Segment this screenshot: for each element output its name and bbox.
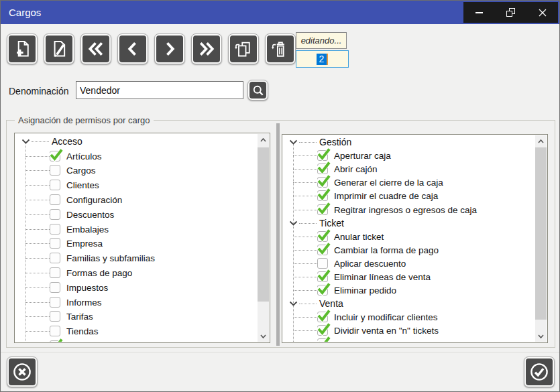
checkbox-checked[interactable] xyxy=(317,150,328,161)
checkbox-checked[interactable] xyxy=(50,340,60,342)
scroll-thumb[interactable] xyxy=(258,147,269,302)
tree-item-row[interactable]: Cargos xyxy=(15,164,258,178)
tree-item-row[interactable]: Configuración xyxy=(15,192,258,207)
chevron-down-icon[interactable] xyxy=(289,301,298,306)
tree-connector xyxy=(25,200,50,200)
tree-item-label: Artículos xyxy=(66,151,102,161)
cancel-button[interactable] xyxy=(7,356,38,387)
checkbox-checked[interactable] xyxy=(317,164,328,174)
minimize-button[interactable] xyxy=(463,2,495,23)
last-button[interactable] xyxy=(191,34,222,64)
delete-button[interactable] xyxy=(265,34,296,64)
tree-item-row[interactable]: Regitrar ingresos o egresos de caja xyxy=(283,202,535,216)
checkbox-checked[interactable] xyxy=(317,325,328,336)
tree-item-row[interactable]: Tiendas xyxy=(15,324,258,338)
checkbox-checked[interactable] xyxy=(317,231,328,242)
edit-button[interactable] xyxy=(44,34,74,64)
tree-item-row[interactable]: Impuestos xyxy=(15,280,258,295)
tree-content-right: GestiónAperturar cajaAbrir cajónGenerar … xyxy=(283,135,535,342)
tree-item-label: Familias y subfamilias xyxy=(66,253,155,263)
checkbox-unchecked[interactable] xyxy=(50,165,60,176)
restore-button[interactable] xyxy=(495,2,526,23)
checkbox-checked[interactable] xyxy=(317,312,328,322)
chevron-down-icon[interactable] xyxy=(289,220,298,226)
checkbox-unchecked[interactable] xyxy=(50,311,60,322)
scroll-up-button[interactable] xyxy=(258,134,269,145)
checkbox-checked[interactable] xyxy=(317,177,328,188)
tree-item-row[interactable]: Informes xyxy=(15,295,258,310)
tree-item-row[interactable]: Tarifas xyxy=(15,310,258,324)
checkbox-checked[interactable] xyxy=(317,271,328,282)
search-button[interactable] xyxy=(247,80,268,101)
scroll-track[interactable] xyxy=(258,145,269,330)
checkbox-unchecked[interactable] xyxy=(50,224,60,235)
chevron-down-icon xyxy=(538,334,544,338)
checkbox-unchecked[interactable] xyxy=(50,282,60,293)
tree-item-label: Informes xyxy=(66,297,102,307)
checkbox-unchecked[interactable] xyxy=(50,238,60,249)
tree-connector xyxy=(293,237,317,237)
titlebar: Cargos xyxy=(1,1,559,24)
checkbox-checked[interactable] xyxy=(317,285,328,296)
tree-item-row[interactable]: Formas de pago xyxy=(15,265,258,280)
chevron-right-icon xyxy=(160,40,179,58)
previous-button[interactable] xyxy=(117,34,148,64)
next-button[interactable] xyxy=(154,34,185,64)
tree-connector xyxy=(299,142,317,143)
denominacion-input[interactable] xyxy=(76,81,243,99)
chevron-down-icon[interactable] xyxy=(289,139,298,145)
tree-item-row[interactable]: TPV xyxy=(15,338,258,342)
close-button[interactable] xyxy=(526,2,558,23)
checkbox-checked[interactable] xyxy=(317,204,328,215)
scroll-down-button[interactable] xyxy=(258,330,269,342)
scroll-track[interactable] xyxy=(535,147,547,330)
checkbox-unchecked[interactable] xyxy=(50,194,60,205)
checkbox-unchecked[interactable] xyxy=(50,297,60,308)
document-add-icon xyxy=(13,40,32,58)
checkbox-checked[interactable] xyxy=(317,338,328,342)
close-icon xyxy=(538,8,547,17)
checkbox-unchecked[interactable] xyxy=(50,180,60,190)
copy-button[interactable] xyxy=(228,34,259,64)
tree-item-row[interactable]: Familias y subfamilias xyxy=(15,251,258,265)
tree-item-row[interactable]: Empresa xyxy=(15,237,258,251)
tree-item-row[interactable]: Clientes xyxy=(15,178,258,192)
permissions-group-title: Asignación de permisos por cargo xyxy=(15,115,154,125)
tree-group-label: Acceso xyxy=(52,136,82,147)
checkbox-unchecked[interactable] xyxy=(317,258,328,269)
tree-connector xyxy=(25,214,50,215)
scroll-down-button[interactable] xyxy=(535,330,547,342)
scroll-thumb[interactable] xyxy=(535,147,547,320)
tree-splitter[interactable] xyxy=(276,123,280,346)
record-id-field[interactable]: 2 xyxy=(296,50,349,68)
text-caret xyxy=(327,54,328,65)
tree-item-row[interactable]: Eliminar pedido xyxy=(283,283,535,297)
tree-group-label: Gestión xyxy=(319,137,351,147)
checkbox-unchecked[interactable] xyxy=(50,267,60,278)
new-button[interactable] xyxy=(7,34,38,64)
accept-button[interactable] xyxy=(524,356,555,387)
first-button[interactable] xyxy=(80,34,111,64)
checkbox-checked[interactable] xyxy=(50,151,60,161)
footer-separator xyxy=(1,352,560,352)
tree-item-label: Eliminar pedido xyxy=(334,285,396,296)
tree-connector xyxy=(293,250,317,251)
tree-connector xyxy=(293,155,317,156)
tree-item-row[interactable]: Embalajes xyxy=(15,222,258,237)
denominacion-label: Denominación xyxy=(9,86,69,96)
tree-item-row[interactable]: Cambiar la forma de pago xyxy=(283,243,535,257)
tree-group-label: Ticket xyxy=(319,218,344,228)
checkbox-unchecked[interactable] xyxy=(50,209,60,220)
tree-item-label: Incluir y modificar clientes xyxy=(334,312,438,322)
tree-item-row[interactable]: Descuentos xyxy=(15,207,258,222)
tree-item-label: TPV xyxy=(66,341,84,342)
scroll-up-button[interactable] xyxy=(535,135,547,147)
checkbox-checked[interactable] xyxy=(317,245,328,255)
tree-item-row[interactable]: Artículos xyxy=(15,149,258,164)
chevron-down-icon[interactable] xyxy=(21,139,30,144)
checkbox-unchecked[interactable] xyxy=(50,326,60,336)
checkbox-unchecked[interactable] xyxy=(50,253,60,263)
tree-group-row[interactable]: Acceso xyxy=(15,134,258,149)
checkbox-checked[interactable] xyxy=(317,190,328,201)
tree-item-row[interactable] xyxy=(283,337,535,342)
